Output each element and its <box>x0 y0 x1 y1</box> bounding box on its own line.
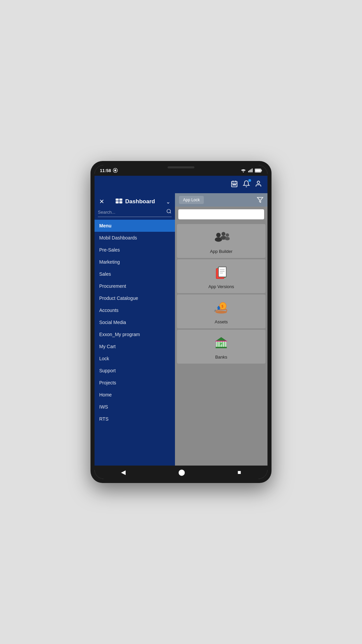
sidebar-title: Dashboard <box>125 198 155 205</box>
svg-rect-3 <box>248 171 249 172</box>
app-item-app-builder[interactable]: App Builder <box>177 224 265 258</box>
battery-icon <box>255 168 262 173</box>
svg-rect-16 <box>119 199 122 201</box>
nav-item-accounts[interactable]: Accounts <box>95 304 175 316</box>
nav-item-mobil-dashboards[interactable]: Mobil Dashboards <box>95 232 175 244</box>
svg-rect-15 <box>116 199 119 201</box>
app-item-app-versions[interactable]: App Versions <box>177 259 265 293</box>
time-display: 11:58 <box>100 168 111 173</box>
nav-item-procurement[interactable]: Procurement <box>95 280 175 292</box>
search-bar <box>98 209 172 217</box>
nav-item-exxon-my-program[interactable]: Exxon_My program <box>95 328 175 340</box>
status-icons <box>241 168 262 173</box>
svg-marker-20 <box>257 198 263 203</box>
search-button[interactable] <box>166 209 172 215</box>
pocket-casts-icon <box>113 168 118 173</box>
svg-rect-41 <box>217 341 218 347</box>
filter-icon[interactable] <box>257 197 263 203</box>
svg-rect-9 <box>255 169 261 172</box>
phone-notch <box>168 166 194 168</box>
main-area: ✕ Dashboard ⌄ <box>95 193 267 466</box>
signal-icon <box>248 168 253 173</box>
svg-rect-45 <box>216 347 227 348</box>
nav-item-support[interactable]: Support <box>95 365 175 377</box>
home-button[interactable]: ⬤ <box>178 469 185 476</box>
recent-apps-button[interactable]: ■ <box>238 469 241 476</box>
profile-icon[interactable] <box>255 180 262 189</box>
svg-rect-44 <box>224 341 225 347</box>
svg-rect-12 <box>234 184 235 185</box>
svg-rect-8 <box>261 170 262 171</box>
status-time: 11:58 <box>100 168 118 173</box>
app-versions-label: App Versions <box>208 284 234 289</box>
back-button[interactable]: ◀ <box>121 469 126 476</box>
nav-item-sales[interactable]: Sales <box>95 268 175 280</box>
svg-point-23 <box>222 232 226 236</box>
content-header: App Lock <box>175 193 267 207</box>
phone-frame: 11:58 <box>90 161 272 483</box>
nav-item-my-cart[interactable]: My Cart <box>95 340 175 353</box>
app-item-banks[interactable]: $ Banks <box>177 330 265 364</box>
nav-item-projects[interactable]: Projects <box>95 377 175 389</box>
svg-point-14 <box>257 181 259 183</box>
svg-point-2 <box>243 171 244 172</box>
app-item-assets[interactable]: A $ Assets <box>177 294 265 328</box>
nav-item-pre-sales[interactable]: Pre-Sales <box>95 244 175 256</box>
notification-icon[interactable] <box>243 180 250 189</box>
sidebar: ✕ Dashboard ⌄ <box>95 193 175 466</box>
calendar-icon[interactable] <box>231 180 238 189</box>
dashboard-menu-icon <box>115 198 123 205</box>
svg-rect-13 <box>235 184 236 185</box>
bottom-nav: ◀ ⬤ ■ <box>95 466 267 479</box>
wifi-icon <box>241 168 246 172</box>
chevron-up-icon[interactable]: ⌄ <box>166 199 170 205</box>
banks-label: Banks <box>215 355 227 360</box>
nav-item-social-media[interactable]: Social Media <box>95 316 175 328</box>
app-versions-icon <box>213 265 230 281</box>
banks-icon: $ <box>213 335 230 352</box>
svg-rect-11 <box>233 184 233 185</box>
assets-label: Assets <box>215 319 228 324</box>
header-right <box>231 180 262 189</box>
svg-rect-5 <box>251 169 251 172</box>
assets-icon: A $ <box>213 300 230 317</box>
content-area: App Lock <box>175 193 267 466</box>
search-input[interactable] <box>98 210 166 215</box>
nav-item-iws[interactable]: IWS <box>95 401 175 413</box>
app-grid: App Builder App Version <box>175 222 267 466</box>
svg-rect-38 <box>218 308 220 310</box>
svg-rect-6 <box>252 168 252 172</box>
svg-point-19 <box>167 209 171 213</box>
svg-marker-39 <box>216 337 227 341</box>
app-lock-button[interactable]: App Lock <box>179 196 204 204</box>
svg-point-21 <box>216 233 221 237</box>
app-header <box>95 176 267 193</box>
svg-point-1 <box>114 169 116 171</box>
sidebar-title-group: Dashboard <box>115 198 155 205</box>
content-search-box[interactable] <box>178 209 264 219</box>
nav-item-marketing[interactable]: Marketing <box>95 256 175 268</box>
app-builder-icon <box>213 229 230 246</box>
phone-screen: 11:58 <box>95 165 267 479</box>
nav-item-lock[interactable]: Lock <box>95 353 175 365</box>
sidebar-header: ✕ Dashboard ⌄ <box>95 193 175 209</box>
svg-rect-17 <box>116 201 119 203</box>
svg-rect-48 <box>216 341 227 342</box>
nav-list: Menu Mobil Dashboards Pre-Sales Marketin… <box>95 220 175 466</box>
nav-item-home[interactable]: Home <box>95 389 175 401</box>
close-button[interactable]: ✕ <box>99 198 104 205</box>
nav-item-rts[interactable]: RTS <box>95 413 175 425</box>
svg-rect-4 <box>249 170 250 172</box>
svg-text:$: $ <box>222 305 224 308</box>
svg-rect-29 <box>219 267 226 277</box>
app-builder-label: App Builder <box>210 249 232 254</box>
svg-rect-18 <box>119 201 122 203</box>
svg-point-25 <box>226 233 229 237</box>
svg-point-36 <box>216 311 227 314</box>
nav-item-menu[interactable]: Menu <box>95 220 175 232</box>
nav-item-product-catalogue[interactable]: Product Catalogue <box>95 292 175 304</box>
